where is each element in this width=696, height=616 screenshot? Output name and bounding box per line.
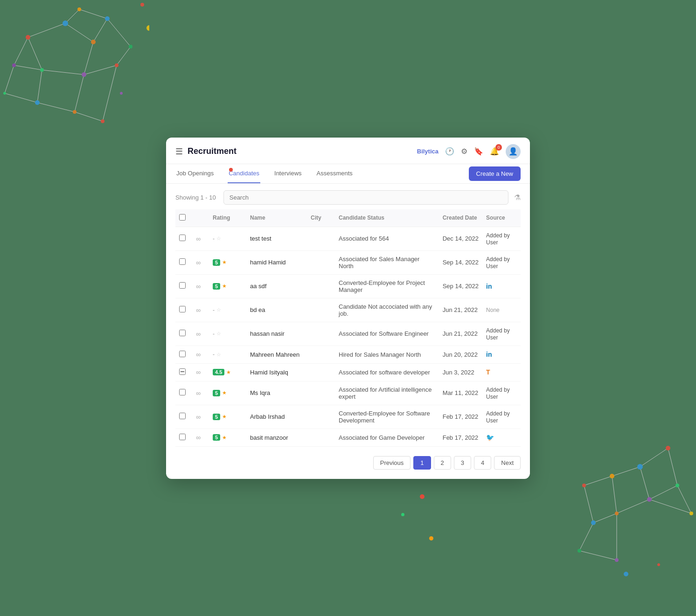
svg-line-51: [649, 499, 691, 513]
linkedin-icon: in: [486, 351, 492, 358]
glasses-icon[interactable]: ∞: [196, 306, 201, 314]
glasses-icon[interactable]: ∞: [196, 389, 201, 397]
filter-icon[interactable]: ⚗: [514, 193, 521, 202]
row-checkbox[interactable]: [179, 258, 186, 265]
svg-point-63: [624, 572, 628, 576]
svg-line-50: [677, 485, 691, 513]
tab-interviews[interactable]: Interviews: [273, 164, 303, 183]
glasses-icon[interactable]: ∞: [196, 235, 201, 242]
svg-line-8: [93, 19, 107, 42]
candidate-source: Added by User: [482, 381, 521, 405]
candidate-city: [307, 363, 335, 381]
glasses-icon[interactable]: ∞: [196, 259, 201, 266]
glasses-icon[interactable]: ∞: [196, 413, 201, 421]
candidate-source: Added by User: [482, 250, 521, 274]
row-checkbox[interactable]: [179, 389, 186, 395]
svg-line-15: [75, 75, 84, 112]
page-3-button[interactable]: 3: [454, 456, 471, 470]
star-icon: ☆: [216, 331, 221, 337]
star-icon: ★: [222, 435, 227, 441]
tab-assessments[interactable]: Assessments: [316, 164, 354, 183]
next-button[interactable]: Next: [494, 456, 521, 470]
svg-line-46: [593, 513, 617, 523]
notification-icon[interactable]: 🔔 0: [490, 147, 499, 156]
tab-candidates[interactable]: Candidates: [228, 164, 260, 183]
glasses-icon[interactable]: ∞: [196, 351, 201, 358]
svg-point-21: [63, 21, 68, 26]
menu-icon[interactable]: ☰: [175, 146, 183, 157]
candidate-status: Converted-Employee for Project Manager: [335, 274, 439, 298]
svg-line-11: [117, 47, 131, 65]
row-checkbox[interactable]: [179, 351, 186, 357]
rating-number: 5: [213, 434, 220, 441]
page-4-button[interactable]: 4: [474, 456, 491, 470]
candidate-date: Jun 20, 2022: [439, 346, 482, 363]
create-new-button[interactable]: Create a New: [469, 166, 521, 181]
prev-button[interactable]: Previous: [373, 456, 411, 470]
svg-line-18: [5, 65, 14, 93]
notification-badge: 0: [495, 144, 502, 151]
table-row: ∞-☆bd eaCandidate Not accociated with an…: [175, 298, 521, 322]
candidate-name: test test: [246, 227, 307, 250]
col-status: Candidate Status: [335, 209, 439, 227]
glasses-icon[interactable]: ∞: [196, 283, 201, 290]
page-1-button[interactable]: 1: [413, 456, 431, 470]
rating-number: 5: [213, 414, 220, 420]
candidate-date: Sep 14, 2022: [439, 250, 482, 274]
candidate-status: Associated for 564: [335, 227, 439, 250]
table-row: ∞5★Arbab IrshadConverted-Employee for So…: [175, 405, 521, 429]
bookmark-icon[interactable]: 🔖: [474, 147, 483, 156]
clock-icon[interactable]: 🕐: [445, 147, 454, 156]
col-city: City: [307, 209, 335, 227]
avatar[interactable]: 👤: [506, 144, 521, 159]
svg-point-30: [35, 100, 40, 105]
svg-line-14: [37, 103, 75, 112]
candidate-name: hassan nasir: [246, 322, 307, 346]
candidate-city: [307, 274, 335, 298]
svg-line-3: [28, 37, 42, 70]
svg-point-56: [610, 474, 614, 478]
candidates-table: Rating Name City Candidate Status Create…: [175, 209, 521, 447]
star-icon: ★: [222, 259, 227, 265]
svg-line-12: [107, 19, 131, 47]
select-all-checkbox[interactable]: [179, 214, 186, 221]
page-2-button[interactable]: 2: [434, 456, 451, 470]
candidate-source: None: [482, 298, 521, 322]
source-none: None: [486, 307, 500, 313]
candidate-status: Associated for Software Engineer: [335, 322, 439, 346]
star-icon: ☆: [216, 307, 221, 313]
star-icon: ★: [222, 390, 227, 396]
col-name: Name: [246, 209, 307, 227]
rating-number: 5: [213, 283, 220, 290]
candidate-name: basit manzoor: [246, 429, 307, 446]
svg-line-9: [14, 37, 28, 65]
candidate-status: Hired for Sales Manager North: [335, 346, 439, 363]
candidate-date: Mar 11, 2022: [439, 381, 482, 405]
glasses-icon[interactable]: ∞: [196, 368, 201, 376]
settings-icon[interactable]: ⚙: [461, 147, 467, 156]
tab-job-openings[interactable]: Job Openings: [175, 164, 215, 183]
row-checkbox[interactable]: [179, 434, 186, 440]
candidate-status: Associated for Sales Manager North: [335, 250, 439, 274]
row-checkbox[interactable]: [179, 330, 186, 336]
svg-line-13: [37, 70, 42, 103]
row-checkbox[interactable]: [179, 368, 186, 375]
col-source: Source: [482, 209, 521, 227]
row-checkbox[interactable]: [179, 413, 186, 419]
rating-dash: -: [213, 235, 215, 242]
row-checkbox[interactable]: [179, 282, 186, 289]
svg-point-34: [146, 25, 149, 31]
glasses-icon[interactable]: ∞: [196, 434, 201, 441]
row-checkbox[interactable]: [179, 306, 186, 312]
svg-point-61: [615, 558, 619, 562]
search-input[interactable]: [223, 190, 508, 205]
svg-point-55: [675, 484, 679, 487]
row-checkbox[interactable]: [179, 235, 186, 241]
toolbar: Showing 1 - 10 ⚗: [166, 184, 530, 209]
svg-line-38: [640, 467, 649, 499]
glasses-icon[interactable]: ∞: [196, 330, 201, 338]
candidate-name: hamid Hamid: [246, 250, 307, 274]
svg-point-26: [77, 7, 81, 11]
svg-point-36: [120, 92, 123, 95]
svg-line-2: [84, 42, 93, 75]
